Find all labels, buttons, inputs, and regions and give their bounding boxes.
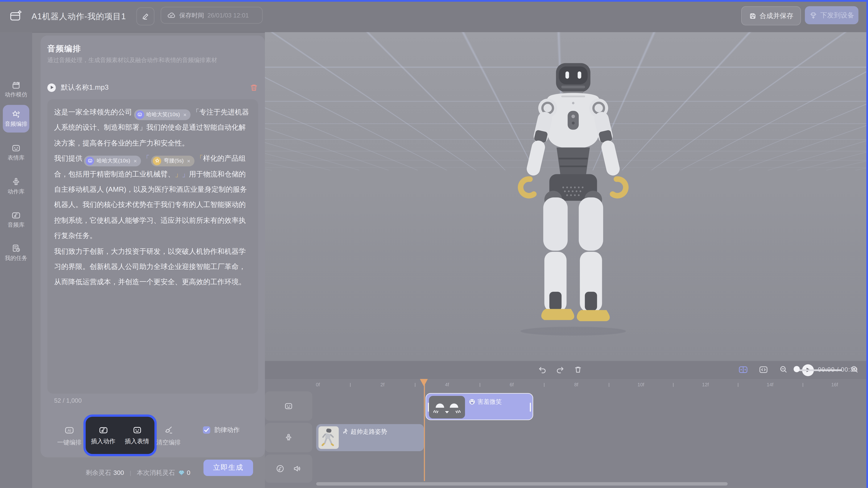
expression-clip[interactable]: 害羞微笑 (426, 393, 533, 420)
insert-motion-icon (87, 425, 120, 435)
timeline-zoom-slider[interactable] (796, 369, 842, 371)
timeline-scrollbar[interactable] (316, 482, 727, 486)
timeline-ruler[interactable]: 0f2f4f6f8f10f12f14f16f (314, 379, 867, 393)
sidebar-label: 我的任务 (0, 254, 32, 262)
remaining-stones-label: 剩余灵石 (86, 468, 111, 477)
sidebar-item-expression-library[interactable]: 表情库 (0, 143, 32, 162)
sidebar-label: 动作库 (0, 188, 32, 196)
delete-audio-button[interactable] (250, 83, 258, 92)
synthesize-save-button[interactable]: 合成并保存 (741, 6, 801, 25)
ruler-tick (738, 383, 738, 387)
project-title: A1机器人动作-我的项目1 (32, 11, 126, 22)
remaining-stones-value: 300 (114, 469, 124, 476)
script-editor[interactable]: 这是一家全球领先的公司哈哈大笑(10s)×「专注于先进机器人系统的设计、制造和部… (48, 99, 258, 394)
pencil-icon (142, 12, 149, 20)
save-time-label: 保存时间 (179, 11, 204, 20)
audio-library-icon (0, 210, 32, 220)
sidebar-item-my-tasks[interactable]: 我的任务 (0, 243, 32, 262)
motion-track-icon (284, 433, 293, 442)
tag-close-icon[interactable]: × (187, 158, 190, 164)
sidebar: 动作模仿 音频编排 表情库 动作库 音频库 (0, 32, 32, 488)
speaker-icon[interactable] (292, 464, 302, 473)
insert-expression-label: 插入表情 (121, 438, 153, 446)
generate-now-label: 立即生成 (213, 463, 244, 472)
ruler-label: 8f (574, 382, 578, 387)
audio-track-header (265, 455, 312, 483)
playhead[interactable] (420, 379, 428, 386)
consume-stones-label: 本次消耗灵石 (137, 468, 175, 477)
sidebar-item-audio-library[interactable]: 音频库 (0, 210, 32, 229)
undo-icon (538, 366, 547, 375)
viewport-3d[interactable]: Z Y X (265, 32, 867, 361)
zoom-slider-knob[interactable] (794, 366, 800, 372)
my-tasks-icon (0, 243, 32, 253)
audio-play-button[interactable] (48, 83, 56, 92)
expression-tag-icon (86, 156, 94, 165)
audio-file-row: 默认名称1.mp3 (48, 80, 258, 95)
sidebar-label: 音频库 (0, 221, 32, 229)
zoom-in-button[interactable] (850, 365, 859, 374)
char-counter: 52 / 1,000 (54, 397, 82, 404)
quote-bracket: 」 (139, 124, 146, 132)
ruler-label: 0f (316, 382, 320, 387)
timeline-controls: 00:00 / 00:30 (265, 361, 867, 379)
undo-button[interactable] (538, 366, 547, 375)
trash-icon (250, 83, 258, 92)
clip-right-handle[interactable] (530, 403, 531, 412)
ruler-tick (802, 383, 803, 387)
redo-button[interactable] (556, 366, 565, 375)
insert-motion-label: 插入动作 (87, 438, 120, 446)
motion-track-header (265, 423, 312, 453)
insert-expression-icon (121, 425, 153, 435)
motion-tag[interactable]: 弯腰(5s)× (151, 155, 194, 166)
tag-close-icon[interactable]: × (183, 112, 187, 118)
quote-bracket: 」 (182, 170, 189, 178)
expression-tag[interactable]: 哈哈大笑(10s)× (84, 155, 141, 166)
rhythm-motion-toggle[interactable]: 韵律动作 (203, 426, 240, 434)
ruler-tick (479, 383, 480, 387)
consume-stones-value: 0 (187, 469, 190, 476)
tag-label: 哈哈大笑(10s) (97, 157, 130, 165)
sidebar-item-audio-arrange[interactable]: 音频编排 (0, 109, 32, 128)
zoom-out-button[interactable] (779, 365, 788, 374)
delete-clip-button[interactable] (574, 366, 582, 374)
one-click-arrange-button[interactable]: AI 一键编排 (54, 425, 85, 447)
ruler-tick (609, 383, 609, 387)
ruler-tick (673, 383, 674, 387)
save-icon (749, 12, 756, 20)
auto-fit-toggle[interactable] (738, 365, 748, 375)
ruler-tick (350, 383, 351, 387)
panel-description: 通过音频处理，生成音频素材以及融合动作和表情的音频编排素材 (48, 56, 261, 64)
robot-model (493, 61, 651, 338)
clear-arrange-label: 清空编排 (153, 439, 184, 447)
tag-label: 哈哈大笑(10s) (146, 111, 180, 118)
insert-motion-button[interactable]: 插入动作 (87, 425, 120, 446)
sidebar-item-motion-mimic[interactable]: 动作模仿 (0, 80, 32, 99)
expression-tag[interactable]: 哈哈大笑(10s)× (134, 109, 191, 120)
sidebar-label: 动作模仿 (0, 91, 32, 99)
motion-thumbnail (318, 426, 339, 449)
fit-range-button[interactable] (758, 365, 768, 375)
checkbox-checked-icon[interactable] (203, 426, 210, 434)
quote-bracket: 「 (196, 155, 203, 163)
motion-clip[interactable]: 超帅走路姿势 (316, 424, 424, 451)
screen-highlight-border-right (867, 0, 868, 488)
trash-icon (574, 366, 582, 374)
insert-expression-button[interactable]: 插入表情 (121, 425, 153, 446)
sidebar-item-motion-library[interactable]: 动作库 (0, 177, 32, 196)
ruler-label: 6f (510, 382, 514, 387)
sidebar-label: 表情库 (0, 154, 32, 162)
expression-tag-icon (136, 110, 144, 119)
save-status: 保存时间 26/01/03 12:01 (161, 7, 262, 24)
rename-button[interactable] (136, 7, 154, 25)
redo-icon (556, 366, 565, 375)
generate-now-button[interactable]: 立即生成 (204, 460, 253, 476)
synthesize-save-label: 合成并保存 (760, 11, 794, 21)
clear-arrange-button[interactable]: 清空编排 (153, 425, 184, 447)
cloud-check-icon (167, 11, 176, 20)
deploy-to-device-button[interactable]: 下发到设备 (805, 6, 859, 24)
app-logo-icon[interactable] (9, 9, 23, 23)
ruler-label: 16f (831, 382, 838, 387)
tag-close-icon[interactable]: × (133, 158, 137, 164)
running-person-icon (342, 429, 348, 435)
